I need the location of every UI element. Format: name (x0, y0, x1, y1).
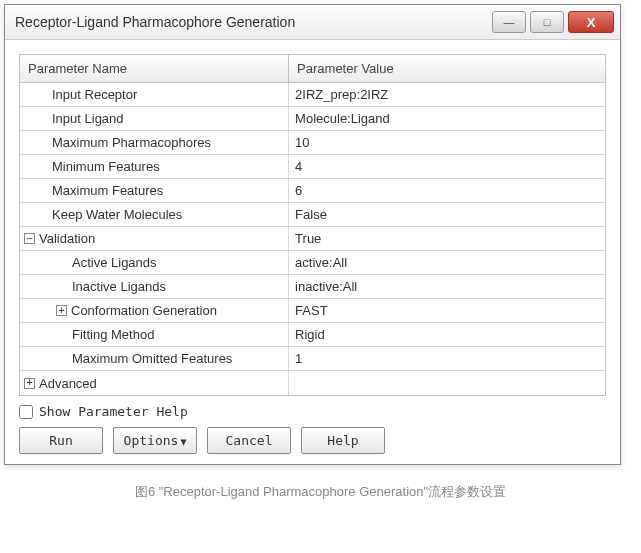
cancel-button[interactable]: Cancel (207, 427, 291, 454)
param-value[interactable]: FAST (289, 299, 605, 322)
maximize-button[interactable]: □ (530, 11, 564, 33)
maximize-icon: □ (544, 16, 551, 28)
param-value[interactable]: False (289, 203, 605, 226)
param-value[interactable]: 2IRZ_prep:2IRZ (289, 83, 605, 106)
close-icon: X (587, 15, 596, 30)
dialog-content: Parameter Name Parameter Value Input Rec… (5, 40, 620, 464)
table-header: Parameter Name Parameter Value (20, 55, 605, 83)
table-row[interactable]: Fitting Method Rigid (20, 323, 605, 347)
collapse-icon[interactable]: − (24, 233, 35, 244)
param-value[interactable]: active:All (289, 251, 605, 274)
param-name: Advanced (39, 376, 97, 391)
table-row[interactable]: Inactive Ligands inactive:All (20, 275, 605, 299)
header-param-name: Parameter Name (20, 55, 289, 82)
minimize-icon: — (504, 16, 515, 28)
options-button[interactable]: Options▼ (113, 427, 197, 454)
table-row[interactable]: Keep Water Molecules False (20, 203, 605, 227)
minimize-button[interactable]: — (492, 11, 526, 33)
figure-caption: 图6 "Receptor-Ligand Pharmacophore Genera… (0, 483, 641, 501)
table-row[interactable]: − Validation True (20, 227, 605, 251)
param-name: Input Ligand (20, 107, 289, 130)
chevron-down-icon: ▼ (180, 436, 186, 447)
table-row[interactable]: Maximum Features 6 (20, 179, 605, 203)
param-name: Maximum Features (20, 179, 289, 202)
table-row[interactable]: Input Receptor 2IRZ_prep:2IRZ (20, 83, 605, 107)
param-value[interactable]: 1 (289, 347, 605, 370)
param-value[interactable]: 4 (289, 155, 605, 178)
window-controls: — □ X (492, 11, 620, 33)
table-row[interactable]: + Conformation Generation FAST (20, 299, 605, 323)
titlebar: Receptor-Ligand Pharmacophore Generation… (5, 5, 620, 40)
table-row[interactable]: Maximum Pharmacophores 10 (20, 131, 605, 155)
param-value[interactable]: True (289, 227, 605, 250)
table-row[interactable]: Maximum Omitted Features 1 (20, 347, 605, 371)
close-button[interactable]: X (568, 11, 614, 33)
param-value[interactable]: Rigid (289, 323, 605, 346)
param-value[interactable]: Molecule:Ligand (289, 107, 605, 130)
table-row[interactable]: Minimum Features 4 (20, 155, 605, 179)
param-name: Fitting Method (20, 323, 289, 346)
help-toggle-row: Show Parameter Help (19, 404, 606, 419)
show-help-label: Show Parameter Help (39, 404, 188, 419)
param-value[interactable]: 6 (289, 179, 605, 202)
param-name: Maximum Pharmacophores (20, 131, 289, 154)
table-row[interactable]: Active Ligands active:All (20, 251, 605, 275)
show-help-checkbox[interactable] (19, 405, 33, 419)
help-button[interactable]: Help (301, 427, 385, 454)
run-button[interactable]: Run (19, 427, 103, 454)
param-name: Inactive Ligands (20, 275, 289, 298)
param-name: Maximum Omitted Features (20, 347, 289, 370)
param-name: Keep Water Molecules (20, 203, 289, 226)
table-row[interactable]: Input Ligand Molecule:Ligand (20, 107, 605, 131)
expand-icon[interactable]: + (24, 378, 35, 389)
window-title: Receptor-Ligand Pharmacophore Generation (15, 14, 295, 30)
param-value[interactable] (289, 371, 605, 395)
param-name: Conformation Generation (71, 303, 217, 318)
param-value[interactable]: inactive:All (289, 275, 605, 298)
param-name: Validation (39, 231, 95, 246)
header-param-value: Parameter Value (289, 55, 605, 82)
param-name: Input Receptor (20, 83, 289, 106)
param-name: Active Ligands (20, 251, 289, 274)
parameter-table: Parameter Name Parameter Value Input Rec… (19, 54, 606, 396)
button-bar: Run Options▼ Cancel Help (19, 427, 606, 454)
param-value[interactable]: 10 (289, 131, 605, 154)
param-name: Minimum Features (20, 155, 289, 178)
dialog-window: Receptor-Ligand Pharmacophore Generation… (4, 4, 621, 465)
table-row[interactable]: + Advanced (20, 371, 605, 395)
expand-icon[interactable]: + (56, 305, 67, 316)
